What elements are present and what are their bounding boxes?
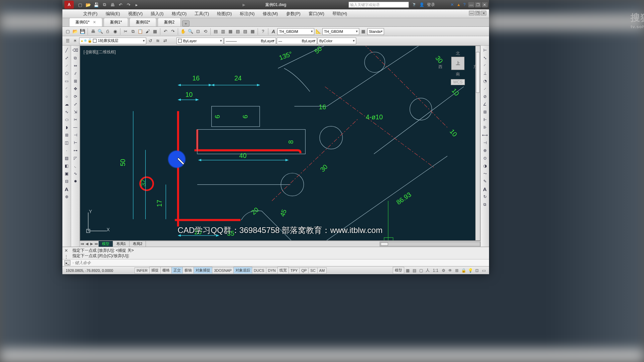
sb-ann-icon[interactable]: 人 [425, 267, 431, 274]
new-icon[interactable]: ▢ [77, 2, 83, 8]
tab-doc2[interactable]: 案例1* [104, 18, 128, 26]
dimedit-icon[interactable]: ✎ [482, 178, 488, 185]
viewcube[interactable]: 北 西 东 上 南 WCS [441, 51, 475, 87]
trim-icon[interactable]: ✂ [72, 116, 79, 123]
sb-grid[interactable]: 栅格 [160, 267, 172, 274]
doc-close-button[interactable]: ✕ [481, 11, 486, 15]
open-icon[interactable]: 📂 [85, 2, 91, 8]
dimstyle-combo[interactable]: TH_GBDIM [322, 28, 359, 35]
save-icon[interactable]: 💾 [93, 2, 99, 8]
new-file-icon[interactable]: ▢ [64, 28, 71, 35]
menu-edit[interactable]: 编辑(E) [102, 11, 124, 17]
lineweight-combo[interactable]: —ByLayer [277, 38, 317, 44]
sb-sc[interactable]: SC [308, 267, 317, 274]
close-button[interactable]: ✕ [482, 2, 488, 7]
menu-format[interactable]: 格式(O) [168, 11, 191, 17]
menu-help[interactable]: 帮助(H) [328, 11, 351, 17]
layer-iso-icon[interactable]: ≋ [154, 38, 161, 44]
dimstyle2-icon[interactable]: ⧉ [482, 201, 488, 208]
layer-prev-icon[interactable]: ↺ [147, 38, 154, 44]
save-file-icon[interactable]: 💾 [79, 28, 86, 35]
stretch-icon[interactable]: ⇲ [72, 109, 79, 115]
layout1-tab[interactable]: 布局1 [113, 241, 129, 247]
xline-icon[interactable]: ⤢ [63, 55, 70, 61]
sb-grid-icon[interactable]: ▦ [405, 267, 411, 274]
join-icon[interactable]: ⊶ [72, 147, 79, 154]
sb-ducs[interactable]: DUCS [252, 267, 266, 274]
a360-icon[interactable]: ▲ [457, 2, 461, 7]
drawing-canvas[interactable]: [-][俯视][二维线框] [80, 46, 480, 241]
revcloud-icon[interactable]: ☁ [63, 101, 70, 108]
line-icon[interactable]: ╱ [63, 47, 70, 54]
block-make-icon[interactable]: ◫ [63, 139, 70, 146]
zoom-prev-icon[interactable]: ⟲ [202, 28, 209, 35]
dim-jog-icon[interactable]: ⟋ [482, 85, 488, 92]
doc-min-button[interactable]: — [469, 11, 474, 15]
dimstyle-icon[interactable]: 📐 [315, 28, 322, 35]
gradient-icon[interactable]: ◧ [63, 163, 70, 169]
print-icon[interactable]: 🖶 [90, 28, 96, 35]
ellipse-icon[interactable]: ⬭ [63, 116, 70, 123]
menu-modify[interactable]: 修改(M) [259, 11, 282, 17]
menu-file[interactable]: 文件(F) [79, 11, 102, 17]
print-icon[interactable]: 🖶 [109, 2, 115, 8]
saveas-icon[interactable]: ⧉ [101, 2, 107, 8]
copy-icon[interactable]: ⧉ [129, 28, 136, 35]
open-file-icon[interactable]: 📂 [72, 28, 78, 35]
sb-lock-icon[interactable]: 🔒 [461, 267, 467, 274]
doc-restore-button[interactable]: ❐ [475, 11, 480, 15]
maximize-button[interactable]: ❐ [475, 2, 481, 7]
menu-window[interactable]: 窗口(W) [305, 11, 328, 17]
menu-dimension[interactable]: 标注(N) [236, 11, 259, 17]
pan-icon[interactable]: ✋ [180, 28, 186, 35]
dim-ang-icon[interactable]: ∠ [482, 101, 488, 108]
sb-model[interactable]: 模型 [393, 267, 404, 274]
hatch-icon[interactable]: ▨ [63, 155, 70, 162]
mark-icon[interactable]: ▨ [242, 28, 249, 35]
center-icon[interactable]: ⊙ [482, 155, 488, 162]
menu-view[interactable]: 视图(V) [124, 11, 147, 17]
sb-ws-icon[interactable]: ⊞ [454, 267, 460, 274]
viewcube-top[interactable]: 上 [451, 57, 465, 70]
spline-icon[interactable]: ∿ [63, 109, 70, 115]
dim-linear-icon[interactable]: ⊢ [482, 47, 488, 54]
rect-icon[interactable]: ▭ [63, 78, 70, 84]
coordinates-readout[interactable]: 1928.0805, -76.8920, 0.0000 [64, 268, 135, 273]
arc-icon[interactable]: ◜ [63, 85, 70, 92]
linetype-combo[interactable]: ———ByLayer [224, 38, 276, 44]
help-search-input[interactable]: 输入关键字或短语 [348, 2, 409, 8]
dim-ord-icon[interactable]: ⊥ [482, 70, 488, 77]
dim-quick-icon[interactable]: ⊞ [482, 109, 488, 115]
ssm-icon[interactable]: ▧ [234, 28, 241, 35]
binoculars-icon[interactable]: 🔭 [412, 2, 417, 7]
fillet-icon[interactable]: ◟ [72, 163, 79, 169]
tolerance-icon[interactable]: ⊕ [482, 147, 488, 154]
model-tab[interactable]: 模型 [99, 241, 113, 247]
layout2-tab[interactable]: 布局2 [129, 241, 146, 247]
dim-dia-icon[interactable]: ⊘ [482, 93, 488, 100]
layer-match-icon[interactable]: ⇄ [162, 38, 168, 44]
paste-icon[interactable]: 📋 [137, 28, 144, 35]
sb-snap2-icon[interactable]: ▢ [418, 267, 424, 274]
textstyle-icon[interactable]: A [270, 28, 277, 35]
circle-icon[interactable]: ○ [63, 93, 70, 100]
mtext-icon[interactable]: A [63, 186, 70, 192]
3d-icon[interactable]: ◉ [112, 28, 118, 35]
menu-insert[interactable]: 插入(I) [147, 11, 167, 17]
sb-hw-icon[interactable]: 💡 [467, 267, 473, 274]
sb-tpy[interactable]: TPY [288, 267, 300, 274]
user-icon[interactable]: 👤 [419, 2, 424, 7]
sb-am[interactable]: AM [317, 267, 327, 274]
dim-arc-icon[interactable]: ◜ [482, 62, 488, 69]
first-layout-icon[interactable]: ⏮ [80, 242, 85, 246]
blend-icon[interactable]: ∿ [72, 170, 79, 177]
sb-otrack[interactable]: 对象追踪 [233, 267, 252, 274]
color-combo[interactable]: ByLayer [176, 38, 223, 44]
region-icon[interactable]: ▣ [63, 170, 70, 177]
dim-break-icon[interactable]: ⊣ [482, 139, 488, 146]
sb-qp[interactable]: QP [299, 267, 309, 274]
cut-icon[interactable]: ✂ [122, 28, 129, 35]
sb-gear-icon[interactable]: ⚙ [440, 267, 446, 274]
sb-scale-label[interactable]: 1:1 [431, 267, 440, 274]
tab-doc1[interactable]: 案例01*✕ [69, 18, 102, 26]
